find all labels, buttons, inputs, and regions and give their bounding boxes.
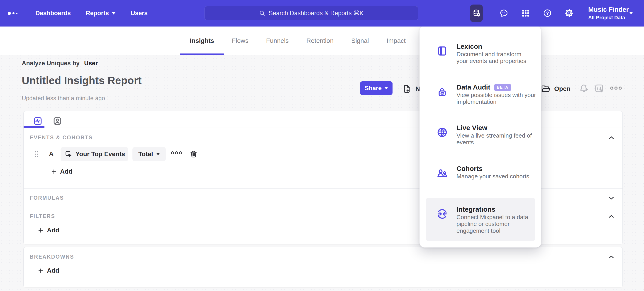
tab-retention[interactable]: Retention xyxy=(306,26,334,55)
delete-event-button[interactable] xyxy=(189,149,198,158)
series-letter: A xyxy=(49,150,54,158)
menu-item-desc: View possible issues with your implement… xyxy=(456,92,545,105)
profile-card-icon xyxy=(52,116,62,126)
metric-selector-chip[interactable]: Total xyxy=(132,147,166,161)
data-management-button[interactable] xyxy=(472,9,481,17)
event-selector-chip[interactable]: Your Top Events xyxy=(60,147,128,161)
chevron-up-icon xyxy=(608,134,615,142)
mixpanel-logo[interactable] xyxy=(8,0,18,26)
menu-item-desc: Connect Mixpanel to a data pipeline or c… xyxy=(456,214,545,234)
drag-handle[interactable] xyxy=(34,148,38,160)
open-report-label: Open xyxy=(554,85,570,92)
top-navigation-bar: Dashboards Reports Users Search Dashboar… xyxy=(0,0,644,26)
search-icon xyxy=(259,10,265,16)
analyze-label: Analyze Uniques by xyxy=(22,60,80,67)
feedback-button[interactable] xyxy=(499,8,508,18)
plus-icon xyxy=(51,169,57,175)
menu-item-title: Integrations xyxy=(456,206,496,213)
filters-header: FILTERS xyxy=(30,213,55,219)
add-filter-button[interactable]: Add xyxy=(38,227,59,234)
add-event-button[interactable]: Add xyxy=(51,168,72,175)
tab-signal[interactable]: Signal xyxy=(351,26,369,55)
updated-timestamp: Updated less than a minute ago xyxy=(22,95,105,102)
chevron-down-icon xyxy=(384,87,388,89)
plus-icon xyxy=(38,268,44,274)
formulas-header: FORMULAS xyxy=(30,195,64,201)
tab-flows[interactable]: Flows xyxy=(232,26,248,55)
feedback-bubble-icon xyxy=(499,8,508,18)
grid-icon xyxy=(521,8,530,18)
collapse-filters-button[interactable] xyxy=(608,213,615,220)
search-placeholder: Search Dashboards & Reports ⌘K xyxy=(269,9,364,17)
report-type-tabbar: Insights Flows Funnels Retention Signal … xyxy=(0,26,644,55)
page-title[interactable]: Untitled Insights Report xyxy=(22,74,142,87)
chart-add-icon xyxy=(594,83,604,94)
menu-item-desc: View a live streaming feed of events xyxy=(456,132,545,146)
chevron-down-icon xyxy=(629,12,633,14)
menu-item-title: Lexicon xyxy=(456,43,482,50)
gear-icon xyxy=(565,8,574,18)
lexicon-book-icon xyxy=(436,45,448,57)
apps-grid-button[interactable] xyxy=(521,8,530,18)
primary-nav: Dashboards Reports Users xyxy=(35,0,148,26)
profiles-view-tab[interactable] xyxy=(51,114,64,128)
data-management-menu: Lexicon Document and transform your even… xyxy=(420,26,541,248)
live-view-globe-icon xyxy=(436,126,448,138)
data-audit-icon xyxy=(436,86,448,98)
event-name: Your Top Events xyxy=(76,150,125,158)
trash-icon xyxy=(189,149,198,158)
share-button[interactable]: Share xyxy=(360,81,392,95)
more-options-button[interactable] xyxy=(610,87,622,89)
metric-name: Total xyxy=(138,150,153,158)
collapse-breakdowns-button[interactable] xyxy=(608,253,615,261)
alert-button[interactable] xyxy=(579,83,589,94)
menu-item-desc: Manage your saved cohorts xyxy=(456,173,545,180)
breakdowns-card: BREAKDOWNS Add xyxy=(23,247,623,287)
integrations-sync-icon xyxy=(436,208,448,220)
chevron-up-icon xyxy=(608,253,615,261)
nav-reports[interactable]: Reports xyxy=(86,10,116,17)
app-window: Dashboards Reports Users Search Dashboar… xyxy=(0,0,644,291)
help-icon: ? xyxy=(543,8,552,18)
nav-users[interactable]: Users xyxy=(130,10,148,17)
analyze-value-selector[interactable]: User xyxy=(84,60,98,67)
active-view-underline xyxy=(24,126,44,128)
event-options-button[interactable] xyxy=(171,151,182,154)
project-selector[interactable]: Music Finder All Project Data xyxy=(588,0,629,26)
help-button[interactable]: ? xyxy=(543,8,552,18)
svg-text:?: ? xyxy=(546,10,549,16)
event-click-icon xyxy=(65,150,72,158)
chevron-down-icon xyxy=(156,153,160,155)
collapse-events-button[interactable] xyxy=(608,134,615,142)
open-report-button[interactable]: Open xyxy=(540,84,570,94)
events-cohorts-header: EVENTS & COHORTS xyxy=(30,135,93,141)
analyze-uniques-row: Analyze Uniques by User xyxy=(22,60,98,67)
tab-funnels[interactable]: Funnels xyxy=(266,26,289,55)
project-name: Music Finder xyxy=(588,6,629,13)
plus-icon xyxy=(38,227,44,234)
search-input[interactable]: Search Dashboards & Reports ⌘K xyxy=(204,6,418,20)
tab-insights[interactable]: Insights xyxy=(190,26,214,55)
settings-button[interactable] xyxy=(565,8,574,18)
database-gear-icon xyxy=(472,9,481,17)
tab-impact[interactable]: Impact xyxy=(387,26,406,55)
cohorts-people-icon xyxy=(436,167,448,179)
menu-item-title: Cohorts xyxy=(456,165,482,172)
chevron-down-icon xyxy=(608,194,615,202)
nav-dashboards[interactable]: Dashboards xyxy=(35,10,71,17)
insights-chart-icon xyxy=(33,116,43,126)
breakdowns-header: BREAKDOWNS xyxy=(30,254,74,260)
menu-item-title: Live View xyxy=(456,124,487,132)
metrics-view-tab[interactable] xyxy=(31,114,44,128)
drag-dots-icon xyxy=(34,148,38,160)
menu-item-title: Data AuditBETA xyxy=(456,83,511,92)
project-scope: All Project Data xyxy=(588,15,629,21)
bell-plus-icon xyxy=(579,83,589,94)
menu-item-desc: Document and transform your events and p… xyxy=(456,51,545,64)
chevron-up-icon xyxy=(608,213,615,220)
chevron-down-icon xyxy=(112,12,116,14)
expand-formulas-button[interactable] xyxy=(608,194,615,202)
beta-badge: BETA xyxy=(494,84,511,91)
add-to-board-button[interactable] xyxy=(594,83,604,94)
add-breakdown-button[interactable]: Add xyxy=(38,267,59,274)
